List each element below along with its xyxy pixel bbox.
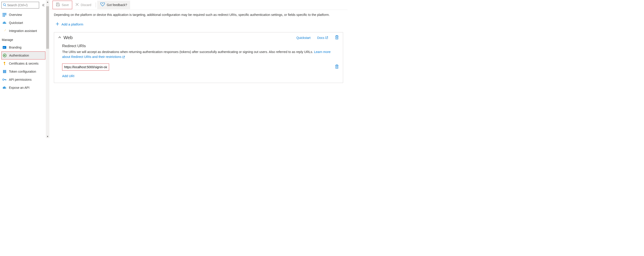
sidebar-item-overview[interactable]: Overview — [1, 11, 46, 19]
docs-link[interactable]: Docs — [317, 36, 328, 40]
scroll-thumb[interactable] — [46, 6, 49, 49]
sidebar-item-token-configuration[interactable]: Token configuration — [1, 68, 46, 76]
toolbar-divider — [96, 2, 96, 8]
sidebar-item-label: Authentication — [9, 54, 29, 57]
trash-icon — [335, 64, 339, 69]
sidebar-item-integration-assistant[interactable]: Integration assistant — [1, 27, 46, 35]
search-input[interactable] — [7, 3, 38, 7]
redirect-uri-input[interactable] — [62, 64, 109, 71]
toolbar: Save Discard Got feedback? — [50, 0, 348, 10]
quickstart-link[interactable]: Quickstart — [296, 36, 310, 40]
sidebar-item-authentication[interactable]: Authentication — [1, 52, 46, 60]
svg-rect-3 — [4, 13, 5, 14]
sidebar-item-api-permissions[interactable]: API permissions — [1, 76, 46, 84]
sidebar-item-label: Certificates & secrets — [9, 62, 38, 65]
web-platform-card: Web Quickstart Docs Redirect URIs The UR… — [54, 32, 343, 83]
add-platform-label: Add a platform — [62, 22, 84, 26]
heart-icon — [100, 2, 105, 7]
delete-uri-button[interactable] — [335, 64, 339, 70]
redirect-uris-desc-text: The URIs we will accept as destinations … — [62, 50, 314, 54]
svg-rect-2 — [3, 13, 4, 14]
svg-rect-26 — [57, 5, 59, 6]
svg-rect-17 — [3, 70, 4, 73]
platform-intro-text: Depending on the platform or device this… — [54, 12, 343, 17]
cloud-icon — [2, 20, 7, 25]
key-icon — [2, 61, 7, 66]
redirect-uris-description: The URIs we will accept as destinations … — [62, 50, 339, 60]
card-title: Web — [64, 35, 73, 40]
plus-icon — [56, 22, 59, 26]
sidebar-item-label: Token configuration — [9, 70, 36, 73]
popout-icon — [122, 56, 125, 58]
redirect-uris-heading: Redirect URIs — [62, 44, 339, 48]
overview-icon — [2, 12, 7, 17]
feedback-label: Got feedback? — [107, 3, 127, 7]
card-header: Web Quickstart Docs — [58, 35, 339, 40]
add-platform-button[interactable]: Add a platform — [56, 22, 343, 26]
sidebar-item-label: Expose an API — [9, 86, 30, 90]
cloud-gear-icon — [2, 86, 7, 90]
svg-rect-22 — [6, 79, 6, 80]
svg-rect-18 — [4, 70, 5, 73]
sidebar-item-branding[interactable]: Branding — [1, 43, 46, 52]
sidebar-item-expose-api[interactable]: Expose an API — [1, 84, 46, 92]
svg-point-10 — [5, 30, 5, 31]
svg-rect-5 — [3, 14, 4, 15]
close-icon — [75, 3, 79, 7]
docs-link-label: Docs — [317, 36, 324, 40]
discard-button[interactable]: Discard — [72, 1, 94, 9]
chevron-up-icon[interactable] — [58, 36, 61, 40]
sidebar-scrollbar[interactable]: ▲ ▼ — [46, 0, 50, 138]
sidebar-item-label: Overview — [9, 13, 22, 16]
add-uri-button[interactable]: Add URI — [62, 74, 74, 78]
save-button[interactable]: Save — [52, 1, 72, 9]
popout-icon — [325, 36, 328, 39]
svg-rect-9 — [4, 16, 5, 16]
content-area: Depending on the platform or device this… — [50, 10, 348, 88]
svg-rect-25 — [57, 3, 58, 4]
search-icon — [3, 3, 6, 7]
token-icon — [2, 69, 7, 74]
trash-icon — [335, 35, 339, 40]
sidebar: Overview Quickstart Integration assistan… — [0, 0, 46, 138]
save-label: Save — [62, 3, 69, 7]
svg-point-0 — [3, 4, 5, 6]
main-panel: Save Discard Got feedback? Depending on … — [50, 0, 348, 138]
svg-rect-7 — [5, 14, 6, 15]
collapse-sidebar-button[interactable] — [41, 3, 46, 7]
rocket-icon — [2, 28, 7, 33]
sidebar-item-quickstart[interactable]: Quickstart — [1, 19, 46, 27]
sidebar-item-label: Branding — [9, 46, 22, 49]
sidebar-item-label: Quickstart — [9, 21, 23, 24]
sidebar-item-label: Integration assistant — [9, 29, 37, 33]
svg-rect-16 — [4, 64, 5, 65]
svg-rect-4 — [5, 13, 6, 14]
discard-label: Discard — [81, 3, 91, 7]
sidebar-item-certificates-secrets[interactable]: Certificates & secrets — [1, 60, 46, 68]
branding-icon — [2, 45, 7, 50]
feedback-button[interactable]: Got feedback? — [97, 1, 130, 9]
search-box[interactable] — [1, 2, 39, 8]
delete-platform-button[interactable] — [335, 35, 339, 40]
scroll-up-arrow-icon[interactable]: ▲ — [46, 0, 50, 4]
save-icon — [56, 2, 60, 7]
svg-line-1 — [5, 5, 6, 6]
svg-point-20 — [3, 79, 4, 80]
svg-point-24 — [4, 88, 4, 88]
scroll-down-arrow-icon[interactable]: ▼ — [46, 134, 50, 138]
authentication-icon — [2, 53, 7, 58]
svg-rect-6 — [4, 14, 5, 15]
search-row — [1, 2, 46, 8]
sidebar-item-label: API permissions — [9, 78, 32, 82]
redirect-uri-row — [62, 64, 339, 71]
svg-rect-12 — [3, 48, 5, 48]
sidebar-section-manage: Manage — [1, 35, 46, 43]
svg-rect-8 — [3, 16, 4, 16]
svg-rect-19 — [5, 70, 6, 73]
permissions-icon — [2, 77, 7, 82]
